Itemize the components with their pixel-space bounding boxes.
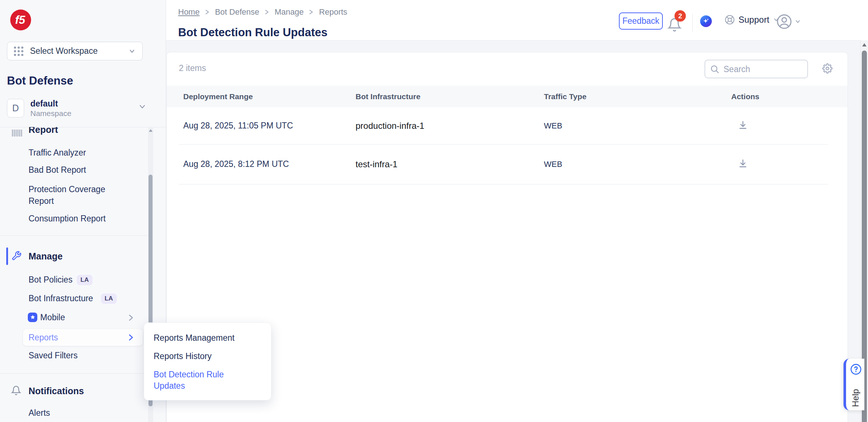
account-menu[interactable] (776, 14, 801, 30)
sidebar-item-traffic-analyzer[interactable]: Traffic Analyzer (29, 147, 86, 158)
sidebar-section-notifications[interactable]: Notifications (29, 385, 84, 397)
cell-bot-infrastructure: test-infra-1 (356, 144, 398, 184)
sidebar-section-manage[interactable]: Manage (29, 250, 63, 262)
notification-count-badge: 2 (675, 10, 686, 22)
workspace-selector[interactable]: Select Workspace (7, 42, 143, 60)
sidebar-item-alerts[interactable]: Alerts (29, 407, 50, 418)
account-icon (776, 14, 792, 30)
namespace-initial-badge[interactable]: D (7, 99, 24, 117)
help-tab-label: Help (850, 378, 861, 407)
sidebar-item-reports-label: Reports (29, 332, 58, 343)
items-count: 2 items (179, 63, 206, 73)
chevron-down-icon (128, 48, 136, 55)
active-section-indicator (6, 247, 8, 265)
namespace-initial: D (12, 103, 19, 113)
app-root: f5 Select Workspace Bot Defense D defaul… (0, 0, 868, 422)
table-row: Aug 28, 2025, 11:05 PM UTC production-in… (167, 107, 848, 144)
row-divider (179, 184, 828, 184)
divider (0, 373, 148, 374)
page-title: Bot Detection Rule Updates (178, 26, 327, 39)
sidebar-scroll-up-arrow[interactable] (149, 129, 153, 132)
sidebar-section-report[interactable]: Report (0, 127, 146, 139)
chevron-right-icon (205, 8, 210, 16)
menu-item-reports-history[interactable]: Reports History (154, 351, 211, 362)
namespace-chevron-down-icon[interactable] (138, 104, 146, 110)
support-menu[interactable]: Support (725, 15, 779, 25)
page-scroll-up-arrow[interactable] (862, 43, 867, 46)
menu-item-reports-management[interactable]: Reports Management (154, 332, 234, 344)
column-header-actions: Actions (731, 86, 759, 107)
report-section-icon (11, 128, 22, 138)
cell-traffic-type: WEB (544, 107, 562, 144)
settings-gear-icon (822, 63, 833, 74)
sidebar-item-saved-filters[interactable]: Saved Filters (29, 350, 78, 361)
f5-logo: f5 (10, 10, 31, 30)
table-header-row: Deployment Range Bot Infrastructure Traf… (167, 86, 848, 107)
notifications-button[interactable]: 2 (667, 15, 688, 35)
breadcrumb: Home Bot Defense Manage Reports (178, 7, 347, 17)
download-icon (737, 120, 748, 131)
sidebar-item-bad-bot-report[interactable]: Bad Bot Report (29, 164, 86, 175)
manage-section-icon (11, 251, 22, 261)
column-header-deployment-range[interactable]: Deployment Range (183, 86, 253, 107)
cell-deployment-range: Aug 28, 2025, 8:12 PM UTC (183, 144, 289, 184)
column-header-traffic-type[interactable]: Traffic Type (544, 86, 586, 107)
cell-deployment-range: Aug 28, 2025, 11:05 PM UTC (183, 107, 293, 144)
f5-logo-text: f5 (15, 14, 25, 27)
help-icon (850, 363, 862, 375)
breadcrumb-home[interactable]: Home (178, 7, 200, 17)
search-input[interactable] (723, 61, 805, 77)
workspace-selector-label: Select Workspace (30, 46, 128, 56)
ai-assistant-icon[interactable] (700, 15, 712, 27)
divider (692, 14, 693, 32)
reports-chevron-right-icon (128, 333, 134, 341)
download-button[interactable] (736, 118, 750, 133)
cell-traffic-type: WEB (544, 144, 562, 184)
feedback-button[interactable]: Feedback (619, 12, 663, 30)
mobile-new-icon (28, 313, 37, 322)
workspace-grid-icon (14, 46, 23, 56)
table-settings-button[interactable] (820, 61, 835, 76)
sidebar-item-protection-coverage-report[interactable]: Protection Coverage Report (29, 183, 114, 207)
support-icon (725, 15, 735, 25)
breadcrumb-bot-defense[interactable]: Bot Defense (215, 7, 259, 17)
la-badge: LA (101, 294, 117, 304)
sidebar-item-bot-policies[interactable]: Bot Policies (29, 274, 72, 285)
table-row: Aug 28, 2025, 8:12 PM UTC test-infra-1 W… (167, 144, 848, 184)
chevron-right-icon (264, 8, 270, 16)
breadcrumb-manage[interactable]: Manage (275, 7, 304, 17)
menu-item-bot-detection-rule-updates[interactable]: Bot Detection Rule Updates (154, 369, 252, 392)
sidebar-item-bot-infrastructure[interactable]: Bot Infrastructure (29, 293, 93, 304)
search-icon (710, 64, 719, 74)
breadcrumb-reports[interactable]: Reports (319, 7, 347, 17)
search-box (704, 60, 808, 78)
column-header-bot-infrastructure[interactable]: Bot Infrastructure (356, 86, 420, 107)
chevron-down-icon (794, 18, 801, 25)
notifications-section-icon (11, 385, 21, 396)
chevron-right-icon (309, 8, 314, 16)
support-label: Support (739, 15, 769, 25)
reports-flyout-menu: Reports Management Reports History Bot D… (144, 322, 271, 400)
top-header: Home Bot Defense Manage Reports Bot Dete… (166, 0, 868, 41)
download-button[interactable] (736, 157, 750, 172)
cell-bot-infrastructure: production-infra-1 (356, 107, 424, 144)
sidebar-section-report-label: Report (29, 127, 58, 135)
divider (0, 235, 148, 236)
namespace-name: default (30, 99, 58, 109)
help-tab[interactable]: Help (843, 359, 864, 410)
sidebar-item-consumption-report[interactable]: Consumption Report (29, 213, 106, 224)
sidebar: f5 Select Workspace Bot Defense D defaul… (0, 0, 166, 422)
sidebar-item-reports[interactable]: Reports (23, 329, 143, 346)
product-title: Bot Defense (7, 74, 73, 87)
la-badge: LA (77, 275, 93, 285)
mobile-chevron-right-icon (128, 314, 134, 322)
download-icon (737, 158, 748, 169)
namespace-sublabel: Namespace (30, 109, 71, 118)
sidebar-item-mobile[interactable]: Mobile (40, 312, 65, 323)
